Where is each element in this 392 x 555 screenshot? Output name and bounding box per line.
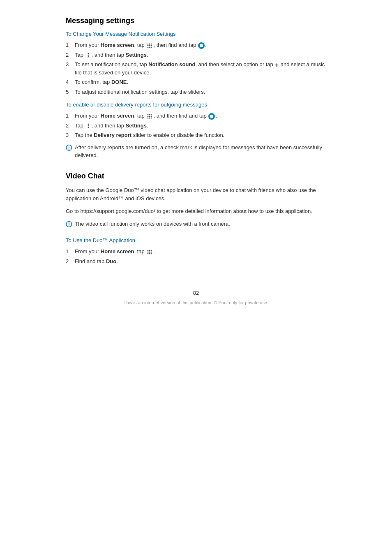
more-options-icon bbox=[85, 52, 91, 58]
video-chat-section: Video Chat You can use the Google Duo™ v… bbox=[66, 172, 326, 266]
step-number: 1 bbox=[66, 247, 75, 256]
step-content: Tap , and then tap Settings. bbox=[75, 122, 326, 130]
svg-point-22 bbox=[88, 125, 89, 127]
home-screen-label: Home screen bbox=[101, 113, 134, 119]
list-item: 1 From your Home screen, tap bbox=[66, 112, 326, 120]
duo-label: Duo bbox=[106, 258, 116, 264]
svg-point-0 bbox=[148, 43, 149, 44]
settings-label: Settings bbox=[126, 123, 147, 129]
delivery-note: ⓘ After delivery reports are turned on, … bbox=[66, 143, 326, 160]
svg-point-2 bbox=[151, 43, 152, 44]
messaging-settings-title: Messaging settings bbox=[66, 16, 326, 25]
svg-point-23 bbox=[88, 127, 89, 128]
step-content: Tap the Delivery report slider to enable… bbox=[75, 131, 326, 139]
page-number: 82 bbox=[66, 290, 326, 296]
home-screen-label: Home screen bbox=[101, 248, 134, 254]
svg-point-1 bbox=[149, 43, 150, 44]
svg-point-18 bbox=[148, 117, 149, 118]
svg-point-11 bbox=[88, 56, 89, 58]
notification-steps-list: 1 From your Home screen, tap bbox=[66, 41, 326, 96]
list-item: 1 From your Home screen, tap bbox=[66, 41, 326, 49]
svg-point-15 bbox=[148, 116, 149, 117]
subsection2-heading: To enable or disable delivery reports fo… bbox=[66, 102, 326, 108]
delivery-report-steps-list: 1 From your Home screen, tap bbox=[66, 112, 326, 139]
messaging-settings-section: Messaging settings To Change Your Messag… bbox=[66, 16, 326, 160]
svg-point-20 bbox=[151, 117, 152, 118]
list-item: 5 To adjust additional notification sett… bbox=[66, 88, 326, 96]
svg-point-25 bbox=[149, 250, 150, 251]
svg-point-26 bbox=[151, 250, 152, 251]
svg-point-6 bbox=[148, 46, 149, 48]
plus-icon: + bbox=[275, 62, 279, 68]
step-content: From your Home screen, tap bbox=[75, 112, 326, 120]
step-content: Find and tap Duo. bbox=[75, 257, 326, 266]
video-chat-body1: You can use the Google Duo™ video chat a… bbox=[66, 186, 326, 204]
duo-steps-list: 1 From your Home screen, tap bbox=[66, 247, 326, 265]
step-content: Tap , and then tap Settings. bbox=[75, 51, 326, 59]
svg-point-7 bbox=[149, 46, 150, 48]
step-content: To adjust additional notification settin… bbox=[75, 88, 326, 96]
svg-point-8 bbox=[151, 46, 152, 48]
svg-point-30 bbox=[148, 253, 149, 254]
step-number: 2 bbox=[66, 51, 75, 59]
step-number: 3 bbox=[66, 131, 75, 139]
note-icon: ⓘ bbox=[66, 143, 75, 153]
svg-point-31 bbox=[149, 253, 150, 254]
step-number: 4 bbox=[66, 78, 75, 86]
svg-point-14 bbox=[151, 114, 152, 115]
video-chat-title: Video Chat bbox=[66, 172, 326, 180]
svg-point-24 bbox=[148, 250, 149, 251]
svg-point-12 bbox=[148, 114, 149, 115]
note-text: After delivery reports are turned on, a … bbox=[75, 143, 326, 160]
apps-icon bbox=[146, 42, 153, 49]
step-content: To set a notification sound, tap Notific… bbox=[75, 60, 326, 76]
footer-text: This is an internet version of this publ… bbox=[66, 300, 326, 305]
step-number: 2 bbox=[66, 257, 75, 266]
subsection1-heading: To Change Your Message Notification Sett… bbox=[66, 31, 326, 37]
settings-label: Settings bbox=[126, 52, 147, 58]
delivery-report-label: Delivery report bbox=[94, 132, 131, 138]
step-content: To confirm, tap DONE. bbox=[75, 78, 326, 86]
video-chat-body2: Go to https://support.google.com/duo/ to… bbox=[66, 207, 326, 216]
step-number: 5 bbox=[66, 88, 75, 96]
svg-point-4 bbox=[149, 45, 150, 46]
svg-point-13 bbox=[149, 114, 150, 115]
home-screen-label: Home screen bbox=[101, 42, 134, 48]
list-item: 3 To set a notification sound, tap Notif… bbox=[66, 60, 326, 76]
list-item: 4 To confirm, tap DONE. bbox=[66, 78, 326, 86]
list-item: 2 Find and tap Duo. bbox=[66, 257, 326, 266]
svg-point-10 bbox=[88, 55, 89, 56]
apps-icon bbox=[146, 249, 153, 255]
apps-icon bbox=[146, 113, 153, 120]
done-label: DONE bbox=[111, 79, 127, 85]
list-item: 2 Tap , and then tap Settings. bbox=[66, 51, 326, 59]
svg-point-5 bbox=[151, 45, 152, 46]
notification-sound-label: Notification sound bbox=[148, 61, 195, 67]
svg-point-32 bbox=[151, 253, 152, 254]
step-content: From your Home screen, tap bbox=[75, 41, 326, 49]
video-chat-note: ⓘ The video call function only works on … bbox=[66, 220, 326, 229]
step-number: 3 bbox=[66, 60, 75, 69]
step-number: 2 bbox=[66, 122, 75, 130]
svg-point-27 bbox=[148, 251, 149, 252]
svg-point-16 bbox=[149, 116, 150, 117]
svg-point-19 bbox=[149, 117, 150, 118]
list-item: 2 Tap , and then tap Settings. bbox=[66, 122, 326, 130]
svg-point-29 bbox=[151, 251, 152, 252]
messaging-app-icon bbox=[208, 113, 215, 120]
step-number: 1 bbox=[66, 112, 75, 120]
more-options-icon bbox=[85, 123, 91, 129]
messaging-app-icon bbox=[198, 42, 205, 49]
note-text: The video call function only works on de… bbox=[75, 220, 230, 228]
step-content: From your Home screen, tap bbox=[75, 247, 326, 256]
list-item: 1 From your Home screen, tap bbox=[66, 247, 326, 256]
svg-point-28 bbox=[149, 251, 150, 252]
svg-point-21 bbox=[88, 124, 89, 125]
svg-point-3 bbox=[148, 45, 149, 46]
svg-point-17 bbox=[151, 116, 152, 117]
step-number: 1 bbox=[66, 41, 75, 49]
duo-subsection-heading: To Use the Duo™ Application bbox=[66, 237, 326, 243]
page: Messaging settings To Change Your Messag… bbox=[0, 0, 392, 555]
svg-point-9 bbox=[88, 53, 89, 54]
note-icon: ⓘ bbox=[66, 220, 75, 229]
